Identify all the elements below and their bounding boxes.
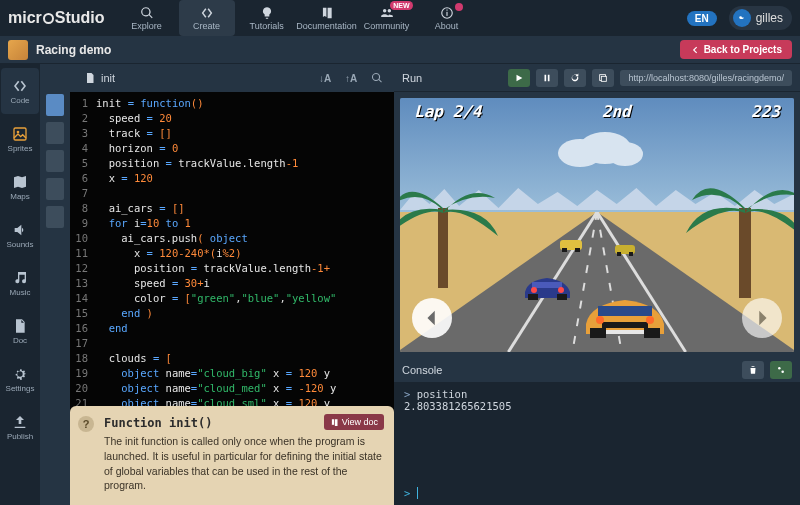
pause-icon — [542, 73, 552, 83]
steer-left-button[interactable] — [412, 298, 452, 338]
gear-icon — [12, 366, 28, 382]
car-sprite — [520, 272, 575, 302]
file-item[interactable] — [46, 206, 64, 228]
notification-dot — [455, 3, 463, 11]
info-icon — [440, 6, 454, 20]
brand-logo[interactable]: micrStudio — [8, 9, 105, 27]
nav-tutorials[interactable]: Tutorials — [239, 0, 295, 36]
new-badge: NEW — [390, 1, 412, 10]
svg-rect-18 — [644, 328, 660, 338]
search-button[interactable] — [366, 69, 388, 87]
hud-position: 2nd — [602, 102, 631, 121]
view-doc-button[interactable]: View doc — [324, 414, 384, 430]
nav-create[interactable]: Create — [179, 0, 235, 36]
tab-code[interactable]: Code — [1, 68, 39, 114]
sort-za-button[interactable]: ↑A — [340, 69, 362, 87]
project-bar: Racing demo Back to Projects — [0, 36, 800, 64]
user-menu[interactable]: gilles — [729, 6, 792, 30]
svg-point-22 — [596, 316, 604, 324]
player-car-sprite — [580, 292, 670, 340]
console-entry-value: 2.803381265621505 — [404, 400, 790, 412]
top-nav: micrStudio Explore Create Tutorials Docu… — [0, 0, 800, 36]
sort-az-button[interactable]: ↓A — [314, 69, 336, 87]
svg-rect-2 — [446, 9, 447, 10]
svg-point-23 — [646, 316, 654, 324]
file-item[interactable] — [46, 150, 64, 172]
tab-settings[interactable]: Settings — [1, 356, 39, 402]
code-icon — [200, 6, 214, 20]
editor: init ↓A ↑A 1init = function()2 speed = 2… — [70, 64, 394, 505]
file-item[interactable] — [46, 178, 64, 200]
tab-sounds[interactable]: Sounds — [1, 212, 39, 258]
tab-publish[interactable]: Publish — [1, 404, 39, 450]
svg-rect-26 — [575, 248, 580, 252]
reload-button[interactable] — [564, 69, 586, 87]
run-url[interactable]: http://localhost:8080/gilles/racingdemo/ — [620, 70, 792, 86]
nav-explore[interactable]: Explore — [119, 0, 175, 36]
nav-community[interactable]: NEW Community — [359, 0, 415, 36]
console-output[interactable]: > position 2.803381265621505 > — [394, 382, 800, 505]
svg-rect-28 — [617, 252, 621, 256]
arrow-left-icon — [690, 45, 700, 55]
main-area: Code Sprites Maps Sounds Music Doc Setti… — [0, 64, 800, 505]
tab-maps[interactable]: Maps — [1, 164, 39, 210]
detach-button[interactable] — [592, 69, 614, 87]
tab-sprites[interactable]: Sprites — [1, 116, 39, 162]
nav-label: About — [435, 21, 459, 31]
search-icon — [371, 72, 383, 84]
palm-sprite — [400, 148, 500, 288]
hud-speed: 223 — [751, 102, 780, 121]
console-clear-button[interactable] — [742, 361, 764, 379]
file-tab-label: init — [101, 72, 115, 84]
run-bar: Run http://localhost:8080/gilles/racingd… — [394, 64, 800, 92]
file-item[interactable] — [46, 122, 64, 144]
file-item[interactable] — [46, 94, 64, 116]
svg-point-30 — [778, 367, 781, 370]
sound-icon — [12, 222, 28, 238]
tab-music[interactable]: Music — [1, 260, 39, 306]
file-tab[interactable]: init — [76, 68, 123, 88]
nav-label: Tutorials — [249, 21, 283, 31]
svg-rect-7 — [438, 208, 448, 288]
svg-point-11 — [607, 142, 643, 166]
file-icon — [84, 72, 96, 84]
run-label: Run — [402, 72, 422, 84]
nav-about[interactable]: About — [419, 0, 475, 36]
svg-rect-21 — [606, 330, 644, 334]
play-button[interactable] — [508, 69, 530, 87]
language-selector[interactable]: EN — [687, 11, 717, 26]
palm-sprite — [684, 138, 794, 298]
svg-rect-25 — [562, 248, 567, 252]
svg-rect-3 — [14, 128, 26, 140]
bulb-icon — [260, 6, 274, 20]
svg-rect-6 — [602, 76, 607, 81]
console-prompt[interactable]: > — [404, 487, 424, 499]
username: gilles — [756, 11, 783, 25]
pause-button[interactable] — [536, 69, 558, 87]
game-view[interactable]: Lap 2/4 2nd 223 — [400, 98, 794, 352]
nav-label: Documentation — [296, 21, 357, 31]
reload-icon — [570, 73, 580, 83]
upload-icon — [12, 414, 28, 430]
svg-rect-13 — [557, 294, 567, 300]
tab-doc[interactable]: Doc — [1, 308, 39, 354]
svg-rect-20 — [602, 322, 648, 328]
svg-rect-1 — [446, 11, 447, 15]
console-entry-var: position — [417, 388, 468, 400]
avatar — [733, 9, 751, 27]
book-icon — [330, 418, 339, 427]
console-settings-button[interactable] — [770, 361, 792, 379]
steer-right-button[interactable] — [742, 298, 782, 338]
doc-hint-body: The init function is called only once wh… — [82, 434, 382, 493]
nav-documentation[interactable]: Documentation — [299, 0, 355, 36]
svg-point-31 — [781, 370, 784, 373]
doc-hint: ? View doc Function init() The init func… — [70, 406, 394, 505]
svg-point-15 — [531, 287, 537, 293]
svg-rect-17 — [590, 328, 606, 338]
console-label: Console — [402, 364, 442, 376]
svg-rect-14 — [532, 282, 562, 288]
project-icon — [8, 40, 28, 60]
svg-rect-29 — [629, 252, 633, 256]
back-to-projects-button[interactable]: Back to Projects — [680, 40, 792, 59]
book-icon — [320, 6, 334, 20]
